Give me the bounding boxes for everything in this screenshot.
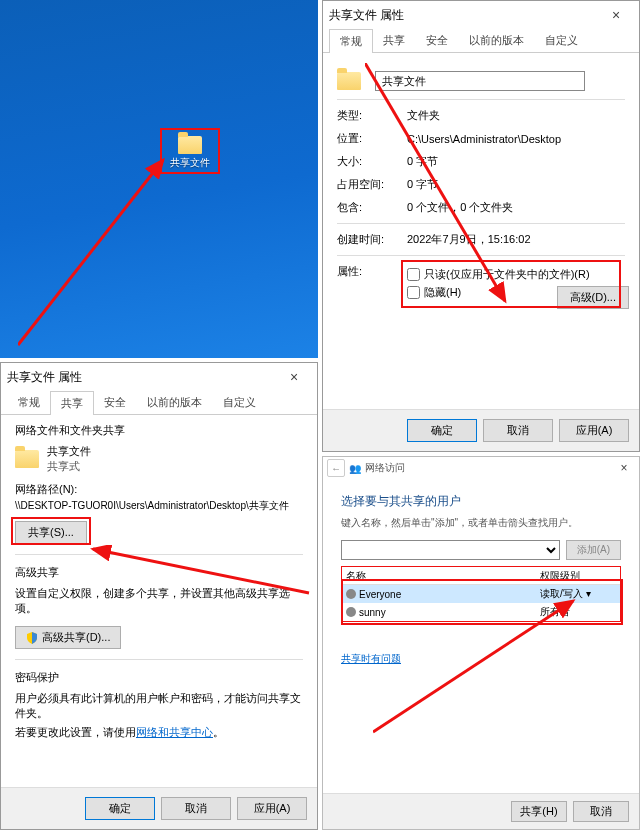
breadcrumb: 网络访问	[365, 461, 405, 475]
annotation-arrow	[18, 150, 188, 350]
folder-icon	[15, 450, 39, 468]
tab-versions[interactable]: 以前的版本	[136, 390, 213, 414]
cancel-button[interactable]: 取消	[573, 801, 629, 822]
tab-share[interactable]: 共享	[50, 391, 94, 415]
folder-name-input[interactable]	[375, 71, 585, 91]
label-size: 大小:	[337, 154, 407, 169]
advanced-share-button[interactable]: 高级共享(D)...	[15, 626, 121, 649]
ok-button[interactable]: 确定	[407, 419, 477, 442]
value-contains: 0 个文件，0 个文件夹	[407, 200, 625, 215]
value-disk: 0 字节	[407, 177, 625, 192]
close-button[interactable]: ×	[613, 461, 635, 475]
tab-general[interactable]: 常规	[7, 390, 51, 414]
label-disk: 占用空间:	[337, 177, 407, 192]
svg-line-0	[18, 160, 163, 345]
value-location: C:\Users\Administrator\Desktop	[407, 133, 625, 145]
close-button[interactable]: ×	[599, 7, 633, 23]
subheading: 键入名称，然后单击"添加"，或者单击箭头查找用户。	[341, 516, 621, 530]
label-network-path: 网络路径(N):	[15, 482, 303, 497]
highlight-box	[11, 517, 91, 545]
tab-share[interactable]: 共享	[372, 28, 416, 52]
dialog-footer: 确定 取消 应用(A)	[1, 787, 317, 829]
tab-versions[interactable]: 以前的版本	[458, 28, 535, 52]
network-center-link[interactable]: 网络和共享中心	[136, 726, 213, 738]
highlight-box	[341, 579, 623, 625]
heading-advanced-share: 高级共享	[15, 565, 303, 580]
tab-security[interactable]: 安全	[415, 28, 459, 52]
tab-custom[interactable]: 自定义	[212, 390, 267, 414]
people-icon: 👥	[349, 463, 361, 474]
network-path: \\DESKTOP-TGUOR0I\Users\Administrator\De…	[15, 499, 303, 513]
dialog-footer: 确定 取消 应用(A)	[323, 409, 639, 451]
close-button[interactable]: ×	[277, 369, 311, 385]
desktop-background: 共享文件	[0, 0, 318, 358]
dialog-title: 共享文件 属性	[7, 369, 277, 386]
titlebar[interactable]: 共享文件 属性 ×	[1, 363, 317, 391]
cancel-button[interactable]: 取消	[483, 419, 553, 442]
cancel-button[interactable]: 取消	[161, 797, 231, 820]
network-access-dialog: ← 👥 网络访问 × 选择要与其共享的用户 键入名称，然后单击"添加"，或者单击…	[322, 456, 640, 830]
advanced-share-desc: 设置自定义权限，创建多个共享，并设置其他高级共享选项。	[15, 586, 303, 616]
share-button[interactable]: 共享(H)	[511, 801, 567, 822]
heading-password: 密码保护	[15, 670, 303, 685]
highlight-box	[401, 260, 621, 308]
share-status: 共享式	[47, 459, 91, 474]
heading-network-share: 网络文件和文件夹共享	[15, 423, 303, 438]
tab-general[interactable]: 常规	[329, 29, 373, 53]
password-desc2: 若要更改此设置，请使用网络和共享中心。	[15, 725, 303, 740]
titlebar[interactable]: ← 👥 网络访问 ×	[323, 457, 639, 479]
folder-icon	[337, 72, 361, 90]
tab-strip: 常规 共享 安全 以前的版本 自定义	[323, 29, 639, 53]
ok-button[interactable]: 确定	[85, 797, 155, 820]
heading-select-users: 选择要与其共享的用户	[341, 493, 621, 510]
dialog-footer: 共享(H) 取消	[323, 793, 639, 829]
value-type: 文件夹	[407, 108, 625, 123]
titlebar[interactable]: 共享文件 属性 ×	[323, 1, 639, 29]
tab-security[interactable]: 安全	[93, 390, 137, 414]
label-contains: 包含:	[337, 200, 407, 215]
shield-icon	[26, 632, 38, 644]
label-type: 类型:	[337, 108, 407, 123]
dialog-title: 共享文件 属性	[329, 7, 599, 24]
apply-button[interactable]: 应用(A)	[237, 797, 307, 820]
highlight-box	[160, 128, 220, 174]
tab-strip: 常规 共享 安全 以前的版本 自定义	[1, 391, 317, 415]
label-attributes: 属性:	[337, 264, 407, 279]
value-size: 0 字节	[407, 154, 625, 169]
back-button[interactable]: ←	[327, 459, 345, 477]
add-button[interactable]: 添加(A)	[566, 540, 621, 560]
label-location: 位置:	[337, 131, 407, 146]
value-created: 2022年7月9日，15:16:02	[407, 232, 625, 247]
properties-dialog-share: 共享文件 属性 × 常规 共享 安全 以前的版本 自定义 网络文件和文件夹共享 …	[0, 362, 318, 830]
trouble-link[interactable]: 共享时有问题	[341, 652, 401, 666]
apply-button[interactable]: 应用(A)	[559, 419, 629, 442]
label-created: 创建时间:	[337, 232, 407, 247]
properties-dialog-general: 共享文件 属性 × 常规 共享 安全 以前的版本 自定义 类型:文件夹 位置:C…	[322, 0, 640, 452]
tab-custom[interactable]: 自定义	[534, 28, 589, 52]
password-desc1: 用户必须具有此计算机的用户帐户和密码，才能访问共享文件夹。	[15, 691, 303, 721]
user-select[interactable]	[341, 540, 560, 560]
folder-name-label: 共享文件	[47, 444, 91, 459]
